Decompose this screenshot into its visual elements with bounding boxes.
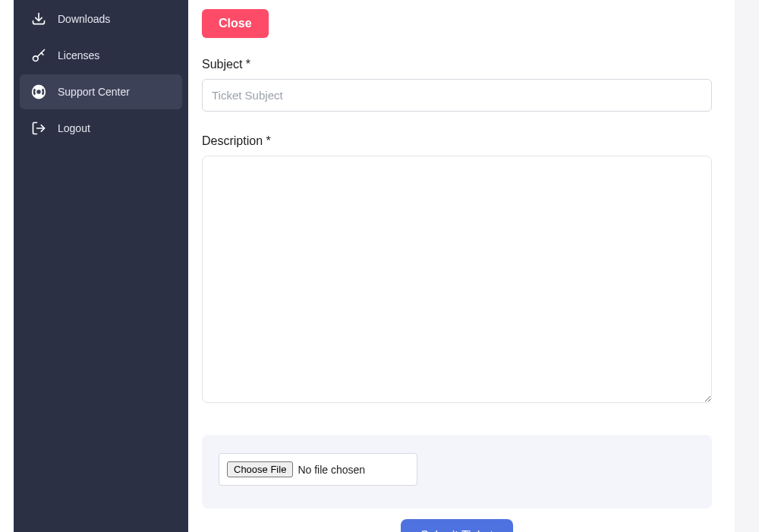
sidebar-item-label: Support Center: [58, 86, 130, 98]
logout-icon: [30, 120, 47, 137]
sidebar-item-label: Licenses: [58, 49, 99, 61]
close-button[interactable]: Close: [202, 9, 269, 38]
sidebar-item-licenses[interactable]: Licenses: [20, 38, 182, 73]
left-gutter: [0, 0, 14, 532]
lifebuoy-icon: [30, 83, 47, 100]
file-input[interactable]: Choose File No file chosen: [219, 453, 417, 486]
key-icon: [30, 47, 47, 64]
file-status-text: No file chosen: [298, 464, 365, 476]
sidebar-item-downloads[interactable]: Downloads: [20, 2, 182, 36]
submit-ticket-button[interactable]: Submit Ticket: [401, 519, 513, 532]
sidebar-item-label: Logout: [58, 122, 90, 134]
subject-input[interactable]: [202, 79, 712, 112]
downloads-icon: [30, 11, 47, 27]
description-label: Description *: [202, 134, 712, 148]
sidebar-item-logout[interactable]: Logout: [20, 111, 182, 146]
subject-label: Subject *: [202, 58, 712, 71]
choose-file-button[interactable]: Choose File: [227, 461, 293, 477]
main-content: Close Subject * Description * Choose Fil…: [188, 0, 735, 532]
description-input[interactable]: [202, 156, 712, 403]
svg-point-3: [36, 89, 41, 94]
sidebar: Downloads Licenses Sup: [14, 0, 188, 532]
file-upload-panel: Choose File No file chosen: [202, 435, 712, 508]
sidebar-item-label: Downloads: [58, 13, 110, 25]
sidebar-item-support-center[interactable]: Support Center: [20, 74, 182, 109]
